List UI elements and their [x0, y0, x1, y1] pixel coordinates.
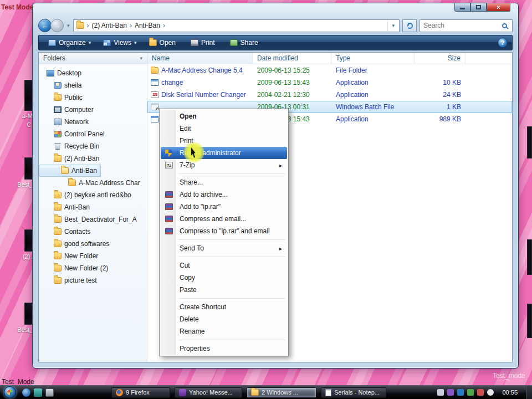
tray-icon[interactable]: [447, 389, 454, 396]
forward-button[interactable]: →: [50, 19, 64, 32]
context-menu-item: [161, 237, 287, 242]
tree-item[interactable]: (2) beykxe anti red&bo: [39, 189, 135, 201]
breadcrumb-item[interactable]: (2) Anti-Ban: [92, 22, 127, 29]
watermark-bottom-right: Test_mode: [493, 372, 525, 380]
tree-item[interactable]: A-Mac Address Char: [39, 177, 144, 189]
context-menu-item[interactable]: Cut: [161, 259, 287, 272]
menu-item-icon: [165, 316, 173, 323]
tree-item[interactable]: Desktop: [39, 67, 85, 79]
help-button[interactable]: ?: [498, 38, 508, 48]
address-dropdown-icon[interactable]: ▾: [387, 20, 396, 32]
tree-item[interactable]: good softwares: [39, 238, 113, 250]
context-menu-item[interactable]: Open: [161, 110, 287, 122]
show-desktop-button[interactable]: [526, 386, 532, 399]
breadcrumb[interactable]: › (2) Anti-Ban › Anti-Ban › ▾: [73, 19, 400, 32]
file-name-cell: A-Mac Address Change 5.4: [147, 66, 253, 74]
submenu-arrow-icon: ▸: [279, 245, 282, 252]
tray-icon[interactable]: [467, 389, 474, 396]
file-icon: [151, 116, 158, 122]
refresh-icon: [407, 23, 413, 29]
tree-item[interactable]: Anti-Ban: [39, 165, 101, 177]
column-header-size[interactable]: Size: [415, 53, 466, 64]
tree-item[interactable]: Control Panel: [39, 128, 109, 140]
caption-buttons: ×: [454, 3, 510, 12]
context-menu-item[interactable]: Properties: [161, 342, 287, 355]
toolbar-button[interactable]: Views ▾: [98, 37, 141, 48]
context-menu-item[interactable]: 7-Zip ▸: [161, 159, 287, 171]
context-menu-item[interactable]: Print: [161, 135, 287, 147]
tree-item[interactable]: New Folder: [39, 250, 102, 262]
toolbar-button[interactable]: Print: [186, 37, 223, 48]
file-row[interactable]: change 2009-06-13 15:43 Application 10 K…: [147, 76, 512, 89]
toolbar-button[interactable]: Organize ▾: [43, 37, 96, 48]
menu-item-label: Edit: [180, 125, 191, 132]
breadcrumb-item[interactable]: Anti-Ban: [135, 22, 160, 29]
taskbar-button[interactable]: 2 Windows ...: [247, 387, 316, 398]
minimize-button[interactable]: [454, 3, 470, 12]
context-menu-item[interactable]: Delete: [161, 313, 287, 325]
quick-launch-icon[interactable]: [45, 388, 54, 397]
tree-item[interactable]: Anti-Ban: [39, 201, 94, 213]
context-menu-item[interactable]: Copy: [161, 272, 287, 284]
tree-item[interactable]: (2) Anti-Ban: [39, 152, 103, 165]
context-menu-item[interactable]: Add to archive...: [161, 188, 287, 201]
back-button[interactable]: ←: [38, 19, 52, 32]
recent-pages-dropdown-icon[interactable]: ▾: [67, 23, 70, 28]
tree-item[interactable]: Public: [39, 91, 86, 104]
file-row[interactable]: A-Mac Address Change 5.4 2009-06-13 15:2…: [147, 64, 512, 76]
context-menu: Open Edit Print Run as administrator 7-Z…: [159, 109, 289, 356]
tree-item[interactable]: Recycle Bin: [39, 140, 103, 152]
context-menu-item[interactable]: Create Shortcut: [161, 301, 287, 313]
tree-item[interactable]: Computer: [39, 104, 98, 116]
context-menu-item[interactable]: Paste: [161, 284, 287, 296]
tray-icon[interactable]: [457, 389, 464, 396]
toolbar-button-icon: [191, 39, 198, 46]
tree-item[interactable]: New Folder (2): [39, 262, 112, 274]
toolbar-button-label: Organize: [59, 39, 86, 47]
context-menu-item[interactable]: Compress and email...: [161, 213, 287, 225]
folders-collapse-icon[interactable]: ▾: [140, 55, 142, 61]
context-menu-item[interactable]: Compress to "ip.rar" and email: [161, 225, 287, 237]
taskbar: 9 Firefox Yahoo! Messe... 2 Windows ... …: [0, 385, 532, 399]
context-menu-item[interactable]: Add to "ip.rar": [161, 201, 287, 213]
context-menu-item[interactable]: Send To ▸: [161, 242, 287, 254]
toolbar-button[interactable]: Open: [144, 37, 183, 48]
file-name: change: [161, 79, 183, 86]
start-button[interactable]: [4, 386, 16, 398]
quick-launch-icon[interactable]: [34, 388, 42, 397]
tray-icon[interactable]: [477, 389, 484, 396]
tray-icon[interactable]: [487, 389, 494, 396]
tree-item[interactable]: sheila: [39, 79, 85, 91]
file-row[interactable]: Disk Serial Number Changer 2004-02-21 12…: [147, 89, 512, 101]
close-button[interactable]: ×: [487, 3, 510, 12]
folders-pane-header[interactable]: Folders ▾: [39, 53, 147, 64]
toolbar-button-icon: [48, 39, 56, 46]
tree-item-icon: [54, 94, 62, 101]
column-header-date[interactable]: Date modified: [253, 53, 331, 64]
refresh-button[interactable]: [402, 19, 417, 32]
file-date: 2009-06-13 15:43: [253, 79, 331, 86]
context-menu-item[interactable]: Run as administrator: [161, 147, 287, 159]
menu-item-icon: [165, 203, 173, 210]
search-input[interactable]: [423, 22, 500, 29]
tree-item[interactable]: picture test: [39, 274, 101, 287]
taskbar-button-icon: [116, 389, 123, 396]
context-menu-item[interactable]: Share...: [161, 176, 287, 188]
toolbar-button[interactable]: Share: [225, 37, 266, 48]
tray-icon[interactable]: [437, 389, 444, 396]
context-menu-item[interactable]: Rename: [161, 325, 287, 337]
column-header-type[interactable]: Type: [331, 53, 415, 64]
tree-item-label: New Folder (2): [64, 264, 108, 272]
context-menu-item[interactable]: Edit: [161, 122, 287, 135]
back-arrow-icon: ←: [42, 22, 49, 30]
tree-item[interactable]: Best_Deactivator_For_A: [39, 213, 141, 226]
column-header-name[interactable]: Name: [147, 53, 253, 64]
tree-item[interactable]: Contacts: [39, 226, 94, 238]
maximize-button[interactable]: [470, 3, 487, 12]
taskbar-button[interactable]: Serials - Notep...: [321, 387, 386, 398]
quick-launch-icon[interactable]: [22, 388, 30, 397]
taskbar-button[interactable]: 9 Firefox: [111, 387, 170, 398]
tree-item[interactable]: Network: [39, 116, 93, 128]
file-date: 2009-06-13 15:25: [253, 66, 331, 74]
taskbar-button[interactable]: Yahoo! Messe...: [175, 387, 242, 398]
